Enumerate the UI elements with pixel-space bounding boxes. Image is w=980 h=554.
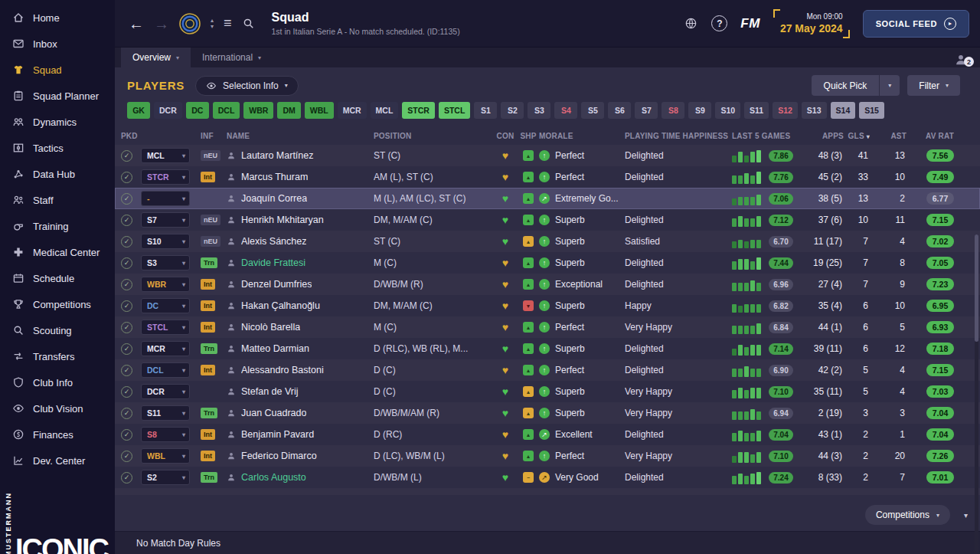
table-row[interactable]: ✓STCR▾IntMarcus ThuramAM (L), ST (C)♥▲↑P… (115, 166, 980, 188)
player-name-cell[interactable]: Davide Frattesi (227, 257, 374, 268)
row-checkbox[interactable]: ✓ (121, 429, 132, 441)
sidebar-item-data-hub[interactable]: Data Hub (0, 161, 115, 187)
sidebar-item-club-vision[interactable]: Club Vision (0, 395, 115, 421)
pkd-select[interactable]: WBL▾ (141, 448, 190, 464)
chip-s9[interactable]: S9 (688, 102, 711, 119)
col-header-last-5-games[interactable]: LAST 5 GAMES (732, 132, 810, 140)
player-name-cell[interactable]: Federico Dimarco (227, 451, 374, 461)
col-header-shp[interactable]: SHP (518, 132, 539, 140)
row-checkbox[interactable]: ✓ (121, 193, 132, 205)
help-button[interactable]: ? (711, 15, 727, 31)
chip-s8[interactable]: S8 (662, 102, 684, 119)
col-header-gls[interactable]: GLS▾ (844, 132, 870, 140)
date-widget[interactable]: Mon 09:00 27 May 2024 (773, 9, 850, 38)
player-name-cell[interactable]: Nicolò Barella (227, 322, 374, 333)
chip-s10[interactable]: S10 (715, 102, 740, 119)
col-header-inf[interactable]: INF (201, 132, 227, 140)
chip-s3[interactable]: S3 (528, 102, 550, 119)
table-row[interactable]: ✓MCL▾nEULautaro MartínezST (C)♥▲↑Perfect… (115, 145, 980, 166)
table-row[interactable]: ✓S3▾TrnDavide FrattesiM (C)♥▲↑SuperbDeli… (115, 252, 980, 274)
col-header-av-rat[interactable]: AV RAT (906, 132, 954, 140)
chip-mcl[interactable]: MCL (371, 102, 399, 119)
table-row[interactable]: ✓-▾Joaquín CorreaM (L), AM (LC), ST (C)♥… (115, 188, 980, 209)
pkd-select[interactable]: S2▾ (141, 470, 190, 485)
chip-s12[interactable]: S12 (773, 102, 798, 119)
player-name-cell[interactable]: Carlos Augusto (227, 472, 374, 483)
competitions-dropdown[interactable]: Competitions ▾ (865, 505, 950, 525)
table-row[interactable]: ✓S11▾TrnJuan CuadradoD/WB/M/AM (R)♥▲↑Sup… (115, 402, 980, 424)
sidebar-item-staff[interactable]: Staff (0, 187, 115, 213)
row-checkbox[interactable]: ✓ (121, 386, 132, 398)
search-icon[interactable] (242, 17, 256, 31)
chip-wbr[interactable]: WBR (243, 102, 273, 119)
player-name-cell[interactable]: Joaquín Correa (227, 193, 374, 204)
social-feed-button[interactable]: SOCIAL FEED ▸ (863, 10, 969, 38)
pkd-select[interactable]: MCR▾ (141, 341, 190, 356)
pkd-select[interactable]: -▾ (141, 191, 190, 206)
club-switcher[interactable]: ▴▾ (211, 18, 214, 30)
table-row[interactable]: ✓DCR▾Stefan de VrijD (C)♥▲↑SuperbVery Ha… (115, 381, 980, 402)
scrollbar-thumb[interactable] (975, 234, 978, 342)
pkd-select[interactable]: STCR▾ (141, 169, 190, 185)
chip-dcl[interactable]: DCL (213, 102, 240, 119)
row-checkbox[interactable]: ✓ (121, 215, 132, 226)
pkd-select[interactable]: WBR▾ (141, 277, 190, 292)
chip-mcr[interactable]: MCR (338, 102, 367, 119)
chip-dc[interactable]: DC (186, 102, 209, 119)
col-header-apps[interactable]: APPS (810, 132, 844, 140)
table-scrollbar[interactable] (975, 234, 978, 554)
chip-stcr[interactable]: STCR (402, 102, 435, 119)
filter-button[interactable]: Filter ▾ (907, 75, 960, 96)
player-name-cell[interactable]: Denzel Dumfries (227, 279, 374, 290)
tab-international[interactable]: International▾ (191, 48, 273, 67)
sidebar-item-medical-center[interactable]: Medical Center (0, 239, 115, 265)
table-row[interactable]: ✓S8▾IntBenjamin PavardD (RC)♥▲↗Excellent… (115, 424, 980, 445)
sidebar-item-transfers[interactable]: Transfers (0, 343, 115, 369)
chip-s5[interactable]: S5 (581, 102, 604, 119)
col-header-morale[interactable]: MORALE (539, 132, 625, 140)
sidebar-item-club-info[interactable]: Club Info (0, 369, 115, 395)
quick-pick-dropdown[interactable]: ▾ (879, 75, 900, 96)
back-button[interactable]: ← (129, 16, 144, 31)
forward-button[interactable]: → (154, 16, 169, 31)
selection-info-dropdown[interactable]: Selection Info ▾ (195, 76, 299, 96)
manager-profile-button[interactable]: 2 (954, 53, 974, 67)
pkd-select[interactable]: S3▾ (141, 255, 190, 270)
sidebar-item-finances[interactable]: Finances (0, 421, 115, 447)
pkd-select[interactable]: S10▾ (141, 234, 190, 249)
table-row[interactable]: ✓MCR▾TrnMatteo DarmianD (RLC), WB (RL), … (115, 338, 980, 359)
pkd-select[interactable]: STCL▾ (141, 320, 190, 335)
sidebar-item-squad[interactable]: Squad (0, 57, 115, 83)
quick-pick-label[interactable]: Quick Pick (812, 75, 880, 96)
player-name-cell[interactable]: Marcus Thuram (227, 172, 374, 182)
menu-icon[interactable]: ≡ (224, 15, 232, 31)
chip-dm[interactable]: DM (277, 102, 300, 119)
col-header-con[interactable]: CON (493, 132, 518, 140)
chip-s7[interactable]: S7 (635, 102, 658, 119)
col-header-name[interactable]: NAME (227, 132, 374, 140)
row-checkbox[interactable]: ✓ (121, 300, 132, 312)
table-row[interactable]: ✓STCL▾IntNicolò BarellaM (C)♥▲↑PerfectVe… (115, 316, 980, 338)
player-name-cell[interactable]: Juan Cuadrado (227, 408, 374, 418)
player-name-cell[interactable]: Benjamin Pavard (227, 429, 374, 440)
club-crest-icon[interactable] (179, 13, 201, 34)
collapse-panel-button[interactable]: ▾ (964, 511, 968, 520)
player-name-cell[interactable]: Matteo Darmian (227, 343, 374, 354)
row-checkbox[interactable]: ✓ (121, 172, 132, 183)
chip-s4[interactable]: S4 (554, 102, 577, 119)
table-row[interactable]: ✓WBL▾IntFederico DimarcoD (LC), WB/M (L)… (115, 445, 980, 467)
chip-gk[interactable]: GK (127, 102, 150, 119)
world-icon[interactable] (684, 17, 698, 31)
chip-s15[interactable]: S15 (859, 102, 884, 119)
sidebar-item-scouting[interactable]: Scouting (0, 317, 115, 343)
row-checkbox[interactable]: ✓ (121, 343, 132, 355)
row-checkbox[interactable]: ✓ (121, 257, 132, 269)
table-row[interactable]: ✓S7▾nEUHenrikh MkhitaryanDM, M/AM (C)♥▲↑… (115, 209, 980, 231)
player-name-cell[interactable]: Hakan Çalhanoğlu (227, 300, 374, 311)
pkd-select[interactable]: DCR▾ (141, 384, 190, 399)
player-name-cell[interactable]: Stefan de Vrij (227, 386, 374, 397)
row-checkbox[interactable]: ✓ (121, 451, 132, 462)
sidebar-item-dynamics[interactable]: Dynamics (0, 109, 115, 135)
chip-s1[interactable]: S1 (474, 102, 497, 119)
chip-s6[interactable]: S6 (608, 102, 631, 119)
